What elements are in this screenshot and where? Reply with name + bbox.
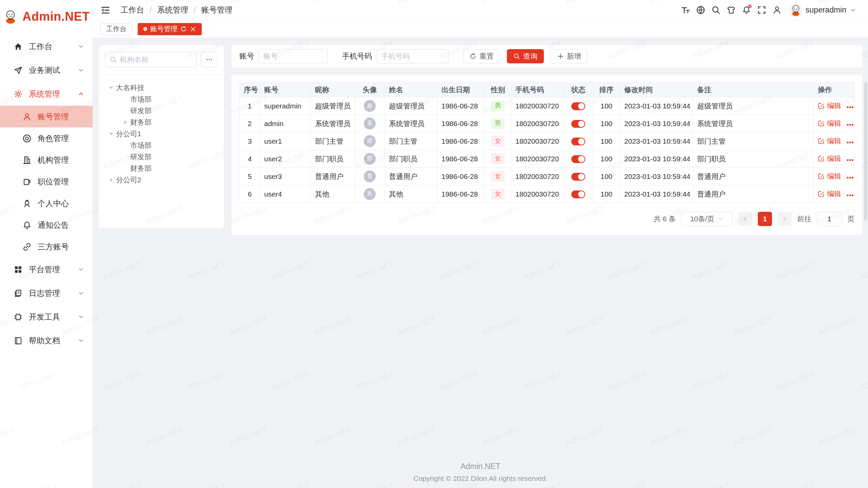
- cell-index: 1: [240, 97, 260, 115]
- edit-button[interactable]: 编辑: [818, 101, 841, 110]
- edit-button[interactable]: 编辑: [818, 136, 841, 146]
- avatar: 超: [364, 100, 376, 112]
- global-search-button[interactable]: [708, 2, 724, 18]
- cell-avatar: 部: [355, 150, 385, 168]
- cell-nickname: 普通用户: [311, 168, 355, 185]
- row-more-button[interactable]: •••: [847, 104, 854, 110]
- cell-account: superadmin: [260, 97, 311, 115]
- prev-page-button[interactable]: [738, 212, 752, 226]
- tree-node-3[interactable]: 财务部: [105, 117, 218, 128]
- tree-node-0[interactable]: 大名科技: [105, 82, 218, 94]
- status-toggle[interactable]: [571, 155, 585, 163]
- page-size-select[interactable]: 10条/页: [681, 212, 733, 226]
- tree-node-label: 财务部: [130, 118, 152, 127]
- tree-node-2[interactable]: 研发部: [105, 105, 218, 117]
- sidebar-item-3[interactable]: 平台管理: [0, 258, 93, 281]
- profile-icon: [22, 199, 32, 208]
- goto-page-input[interactable]: [817, 212, 842, 226]
- status-toggle[interactable]: [571, 190, 585, 198]
- sidebar-item-label: 日志管理: [29, 288, 60, 299]
- query-button[interactable]: 查询: [507, 49, 544, 63]
- status-toggle[interactable]: [571, 120, 585, 128]
- plus-icon: [557, 53, 564, 60]
- column-header-avatar: 头像: [355, 82, 385, 97]
- tree-node-5[interactable]: 市场部: [105, 140, 218, 151]
- row-more-button[interactable]: •••: [847, 139, 854, 146]
- sidebar-subitem-label: 账号管理: [38, 111, 69, 122]
- page-1-button[interactable]: 1: [758, 212, 772, 226]
- sidebar-subitem-2-4[interactable]: 个人中心: [0, 192, 93, 214]
- tree-caret-icon[interactable]: [106, 87, 116, 89]
- chevron-down-icon: [78, 43, 84, 50]
- sidebar-item-6[interactable]: 帮助文档: [0, 329, 93, 352]
- edit-button[interactable]: 编辑: [818, 171, 841, 181]
- column-header-phone: 手机号码: [511, 82, 564, 97]
- sidebar-item-0[interactable]: 工作台: [0, 35, 93, 58]
- org-search-input[interactable]: [120, 56, 192, 64]
- chevron-down-icon: [78, 290, 84, 297]
- row-more-button[interactable]: •••: [847, 174, 854, 181]
- status-toggle[interactable]: [571, 173, 585, 181]
- profile-shortcut-button[interactable]: [769, 2, 785, 18]
- sidebar-subitem-2-0[interactable]: 账号管理: [0, 106, 93, 127]
- language-button[interactable]: [693, 2, 708, 18]
- tree-node-6[interactable]: 研发部: [105, 151, 218, 163]
- row-more-button[interactable]: •••: [847, 192, 854, 199]
- sidebar-subitem-2-5[interactable]: 通知公告: [0, 214, 93, 236]
- logo[interactable]: Admin.NET: [0, 0, 93, 33]
- status-toggle[interactable]: [571, 138, 585, 145]
- breadcrumb-item-0[interactable]: 工作台: [121, 5, 144, 15]
- sidebar-item-5[interactable]: 开发工具: [0, 305, 93, 329]
- user-outline-icon: [772, 5, 782, 15]
- toggle-knob: [578, 121, 585, 127]
- more-icon: [205, 56, 213, 63]
- query-button-label: 查询: [523, 52, 537, 61]
- tree-caret-icon[interactable]: [106, 133, 116, 135]
- edit-button[interactable]: 编辑: [818, 154, 841, 163]
- row-more-button[interactable]: •••: [847, 157, 854, 163]
- theme-button[interactable]: [724, 2, 739, 18]
- search-icon: [711, 5, 721, 15]
- arrow-right-icon: [782, 216, 788, 222]
- sidebar-subitem-2-6[interactable]: 三方账号: [0, 236, 93, 258]
- cell-avatar: 普: [355, 168, 385, 185]
- footer-copyright: Copyright © 2022 Dilon All rights reserv…: [93, 474, 868, 483]
- view-tab-1[interactable]: 账号管理: [138, 23, 202, 35]
- sidebar-item-2[interactable]: 系统管理: [0, 82, 93, 106]
- tree-more-button[interactable]: [201, 52, 218, 67]
- status-toggle[interactable]: [571, 102, 585, 110]
- tree-node-4[interactable]: 分公司1: [105, 128, 218, 140]
- edit-button[interactable]: 编辑: [818, 189, 841, 199]
- next-page-button[interactable]: [777, 212, 792, 226]
- sidebar-subitem-2-1[interactable]: 角色管理: [0, 127, 93, 149]
- tree-node-8[interactable]: 分公司2: [105, 174, 218, 186]
- add-button[interactable]: 新增: [551, 49, 588, 63]
- user-menu[interactable]: superadmin: [789, 4, 856, 17]
- org-tree: 大名科技市场部研发部财务部分公司1市场部研发部财务部分公司2: [105, 82, 218, 186]
- menu-fold-button[interactable]: [100, 4, 113, 16]
- breadcrumb-item-2[interactable]: 账号管理: [201, 5, 233, 15]
- sidebar-item-4[interactable]: 日志管理: [0, 281, 93, 305]
- row-more-button[interactable]: •••: [847, 121, 854, 128]
- tree-caret-icon[interactable]: [121, 120, 130, 124]
- cell-phone: 18020030720: [511, 150, 564, 168]
- sidebar-item-label: 系统管理: [29, 89, 60, 99]
- font-size-button[interactable]: [678, 2, 693, 18]
- cell-status: [564, 150, 593, 168]
- account-filter-input[interactable]: [258, 49, 328, 63]
- tree-caret-icon[interactable]: [106, 178, 116, 182]
- notifications-button[interactable]: [739, 2, 754, 18]
- breadcrumb-item-1[interactable]: 系统管理: [157, 5, 188, 15]
- sidebar-item-1[interactable]: 业务测试: [0, 58, 93, 82]
- phone-filter-input[interactable]: [376, 49, 449, 63]
- sidebar-subitem-2-2[interactable]: 机构管理: [0, 149, 93, 171]
- tree-node-1[interactable]: 市场部: [105, 94, 218, 105]
- cell-name: 部门职员: [385, 150, 437, 168]
- page-scrollbar-thumb[interactable]: [864, 82, 867, 220]
- reset-button[interactable]: 重置: [463, 49, 500, 63]
- tree-node-7[interactable]: 财务部: [105, 163, 218, 174]
- edit-button[interactable]: 编辑: [818, 119, 841, 128]
- view-tab-0[interactable]: 工作台: [100, 23, 132, 35]
- fullscreen-button[interactable]: [754, 2, 769, 18]
- sidebar-subitem-2-3[interactable]: 职位管理: [0, 171, 93, 192]
